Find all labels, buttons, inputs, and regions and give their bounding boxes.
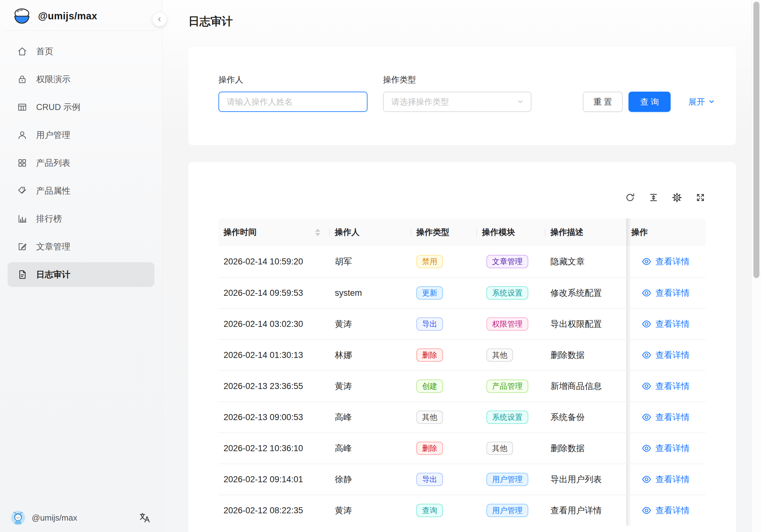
cell-operator: 高峰 xyxy=(330,402,411,433)
tag: 其他 xyxy=(487,348,513,362)
column-header-0[interactable]: 操作时间 xyxy=(218,218,330,246)
expand-link[interactable]: 展开 xyxy=(688,96,715,107)
view-details-link[interactable]: 查看详情 xyxy=(641,412,690,423)
table-row: 2026-02-14 01:30:13林娜删除其他删除数据查看详情 xyxy=(218,339,706,370)
form-icon xyxy=(17,241,28,252)
translate-icon[interactable] xyxy=(139,512,150,524)
view-details-link[interactable]: 查看详情 xyxy=(641,443,690,454)
cell-action: 查看详情 xyxy=(626,464,696,495)
cell-type: 创建 xyxy=(411,371,477,401)
eye-icon xyxy=(641,505,652,515)
cell-description: 导出权限配置 xyxy=(545,309,626,339)
cell-time: 2026-02-12 09:14:01 xyxy=(218,464,330,495)
cell-type: 删除 xyxy=(411,433,477,463)
filter-actions: 重 置 查 询 展开 xyxy=(583,91,715,112)
table-body: 2026-02-14 10:59:20胡军禁用文章管理隐藏文章查看详情2026-… xyxy=(218,246,706,526)
sidebar-item-log-audit[interactable]: 日志审计 xyxy=(8,262,154,287)
tag: 禁用 xyxy=(416,255,443,268)
table-card: 操作时间操作人操作类型操作模块操作描述操作 2026-02-14 10:59:2… xyxy=(188,162,736,532)
sidebar-item-article-management[interactable]: 文章管理 xyxy=(8,234,154,259)
type-select[interactable]: 请选择操作类型 xyxy=(383,91,531,112)
tag: 删除 xyxy=(416,442,443,455)
cell-time: 2026-02-14 10:59:20 xyxy=(218,246,330,277)
cell-module: 产品管理 xyxy=(477,371,545,401)
sort-carets-icon[interactable] xyxy=(315,229,320,236)
view-details-link[interactable]: 查看详情 xyxy=(641,349,690,361)
cell-action: 查看详情 xyxy=(626,340,696,370)
column-header-label: 操作人 xyxy=(335,227,360,238)
fullscreen-icon[interactable] xyxy=(695,193,706,203)
view-details-link[interactable]: 查看详情 xyxy=(641,287,690,299)
reload-icon[interactable] xyxy=(625,193,635,203)
appstore-icon xyxy=(17,157,28,169)
sidebar-item-label: CRUD 示例 xyxy=(36,101,81,113)
view-details-link[interactable]: 查看详情 xyxy=(641,474,690,485)
sidebar-item-user-management[interactable]: 用户管理 xyxy=(8,123,154,148)
column-header-label: 操作模块 xyxy=(482,227,515,238)
column-height-icon[interactable] xyxy=(648,193,659,203)
column-header-5: 操作 xyxy=(626,218,696,246)
table-row: 2026-02-13 09:00:53高峰其他系统设置系统备份查看详情 xyxy=(218,401,706,433)
search-button[interactable]: 查 询 xyxy=(628,91,671,112)
table-toolbar xyxy=(218,191,706,205)
cell-time: 2026-02-14 01:30:13 xyxy=(218,340,330,370)
chevron-down-icon xyxy=(708,98,715,105)
cell-time: 2026-02-13 09:00:53 xyxy=(218,402,330,433)
eye-icon xyxy=(641,474,652,485)
sidebar-item-ranking[interactable]: 排行榜 xyxy=(8,207,154,231)
view-details-link[interactable]: 查看详情 xyxy=(641,381,690,392)
sidebar-item-crud-example[interactable]: CRUD 示例 xyxy=(8,95,154,120)
column-header-label: 操作时间 xyxy=(223,227,257,238)
cell-module: 系统设置 xyxy=(477,278,545,308)
cell-operator: 黄涛 xyxy=(330,371,411,401)
eye-icon xyxy=(641,350,652,360)
tags-icon xyxy=(17,185,28,197)
home-icon xyxy=(17,46,28,57)
view-details-label: 查看详情 xyxy=(655,505,690,516)
sidebar-item-label: 排行榜 xyxy=(36,213,62,224)
type-field-group: 操作类型 请选择操作类型 xyxy=(383,74,531,112)
sidebar-item-label: 文章管理 xyxy=(36,241,70,252)
log-table: 操作时间操作人操作类型操作模块操作描述操作 2026-02-14 10:59:2… xyxy=(218,218,706,526)
cell-operator: 林娜 xyxy=(330,340,411,370)
table-header-row: 操作时间操作人操作类型操作模块操作描述操作 xyxy=(218,218,706,246)
column-header-label: 操作 xyxy=(631,227,648,238)
cell-action: 查看详情 xyxy=(626,495,696,526)
sidebar-item-product-attributes[interactable]: 产品属性 xyxy=(8,179,154,203)
cell-type: 其他 xyxy=(411,402,477,433)
cell-time: 2026-02-12 10:36:10 xyxy=(218,433,330,463)
cell-operator: 高峰 xyxy=(330,433,411,463)
cell-time: 2026-02-13 23:36:55 xyxy=(218,371,330,401)
user-icon xyxy=(17,129,28,141)
tag: 导出 xyxy=(416,473,443,486)
setting-icon[interactable] xyxy=(672,193,682,203)
operator-input[interactable] xyxy=(218,91,368,112)
footer-brand-text: @umijs/max xyxy=(32,513,77,523)
tag: 用户管理 xyxy=(487,504,528,517)
sidebar-item-product-list[interactable]: 产品列表 xyxy=(8,150,154,175)
cell-description: 导出用户列表 xyxy=(545,464,626,495)
sidebar-item-permission-demo[interactable]: 权限演示 xyxy=(8,67,154,91)
column-header-4: 操作描述 xyxy=(545,218,626,246)
eye-icon xyxy=(641,381,652,391)
sidebar-item-home[interactable]: 首页 xyxy=(8,39,154,64)
cell-module: 其他 xyxy=(477,433,545,463)
view-details-link[interactable]: 查看详情 xyxy=(641,318,690,330)
table-row: 2026-02-12 10:36:10高峰删除其他删除数据查看详情 xyxy=(218,433,706,463)
sidebar-item-label: 权限演示 xyxy=(36,74,70,85)
cell-action: 查看详情 xyxy=(626,309,696,339)
reset-button[interactable]: 重 置 xyxy=(583,91,623,112)
bar-chart-icon xyxy=(17,213,28,224)
ant-mascot-avatar[interactable] xyxy=(11,510,26,525)
cell-operator: 黄涛 xyxy=(330,495,411,526)
tag: 创建 xyxy=(416,380,443,393)
view-details-link[interactable]: 查看详情 xyxy=(641,256,690,267)
eye-icon xyxy=(641,257,652,266)
cell-type: 导出 xyxy=(411,309,477,339)
sidebar-collapse-button[interactable] xyxy=(152,12,166,26)
scrollbar-thumb[interactable] xyxy=(753,2,759,278)
eye-icon xyxy=(641,412,652,422)
view-details-link[interactable]: 查看详情 xyxy=(641,505,690,516)
window-scrollbar xyxy=(751,0,761,532)
cell-action: 查看详情 xyxy=(626,278,696,308)
